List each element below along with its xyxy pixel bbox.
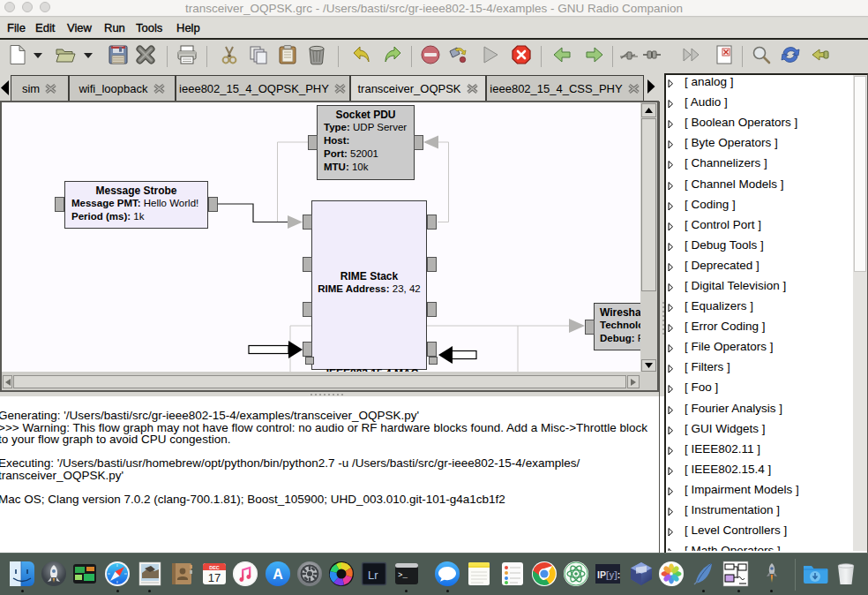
- svg-text:Lr: Lr: [368, 569, 378, 582]
- svg-text:17: 17: [208, 571, 221, 584]
- svg-text:IP[y]:: IP[y]:: [597, 569, 620, 580]
- svg-text:A: A: [273, 567, 283, 582]
- svg-text:DEC: DEC: [209, 565, 220, 570]
- svg-text:>_: >_: [398, 571, 408, 580]
